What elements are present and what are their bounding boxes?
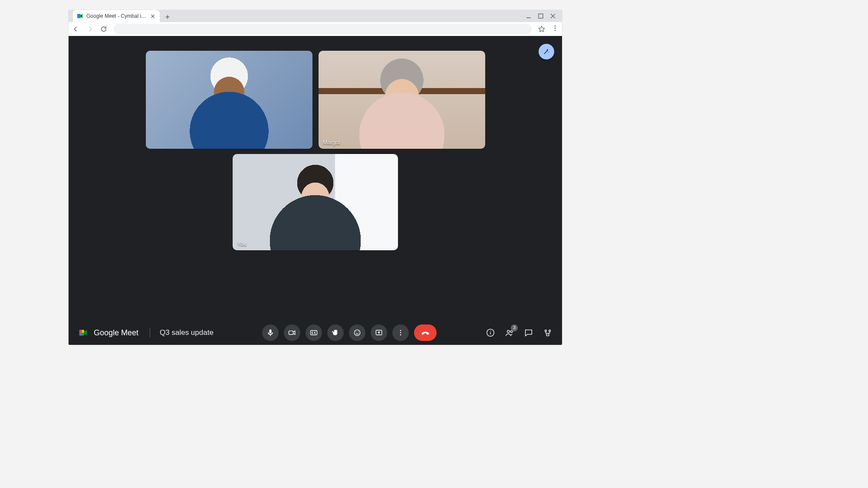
camera-icon: [288, 328, 296, 337]
svg-rect-11: [82, 330, 84, 333]
camera-button[interactable]: [284, 324, 300, 341]
svg-point-25: [545, 330, 547, 332]
present-button[interactable]: [371, 324, 387, 341]
activities-icon[interactable]: [543, 328, 552, 337]
hang-up-button[interactable]: [414, 324, 437, 341]
bookmark-star-icon[interactable]: [538, 25, 546, 33]
svg-point-15: [356, 332, 357, 333]
participant-tile[interactable]: Jeffrey: [146, 51, 312, 149]
window-controls: [526, 10, 559, 22]
svg-point-14: [355, 330, 360, 335]
svg-point-18: [400, 330, 401, 331]
more-options-icon: [396, 328, 405, 337]
hang-up-icon: [420, 328, 431, 338]
bottom-bar: Google Meet Q3 sales update: [69, 321, 562, 345]
meet-logo-icon: [78, 328, 89, 337]
browser-menu-button[interactable]: [552, 25, 559, 33]
participant-name: Margot: [323, 139, 340, 146]
tab-strip: Google Meet - Cymbal intro: [69, 10, 562, 22]
maximize-icon[interactable]: [538, 13, 544, 19]
svg-point-6: [555, 29, 556, 31]
svg-point-23: [507, 331, 510, 333]
address-bar[interactable]: [114, 24, 532, 34]
raise-hand-icon: [331, 328, 340, 337]
forward-icon[interactable]: [86, 25, 94, 33]
meet-favicon-icon: [76, 13, 83, 20]
closed-captions-icon: [309, 328, 318, 337]
call-controls: [262, 324, 437, 341]
svg-point-4: [555, 25, 556, 26]
svg-point-5: [555, 27, 556, 29]
meeting-name: Q3 sales update: [160, 328, 214, 337]
back-icon[interactable]: [72, 25, 80, 33]
svg-rect-27: [546, 334, 549, 336]
meeting-details-icon[interactable]: [486, 328, 495, 337]
reload-icon[interactable]: [100, 25, 108, 33]
participant-name: You: [237, 241, 247, 247]
participant-name: Jeffrey: [150, 139, 167, 146]
new-tab-button[interactable]: [162, 12, 173, 22]
right-controls: 3: [486, 328, 552, 337]
browser-tab[interactable]: Google Meet - Cymbal intro: [73, 10, 160, 22]
svg-rect-3: [539, 14, 543, 18]
svg-point-22: [490, 331, 491, 331]
raise-hand-button[interactable]: [327, 324, 344, 341]
svg-point-20: [400, 334, 401, 336]
microphone-icon: [266, 328, 275, 337]
people-button[interactable]: 3: [505, 328, 514, 337]
reactions-button[interactable]: [349, 324, 365, 341]
svg-point-16: [358, 332, 359, 333]
participant-tile[interactable]: Margot: [319, 51, 485, 149]
svg-rect-12: [289, 331, 293, 334]
participant-grid: Jeffrey Margot You: [69, 51, 562, 250]
more-options-button[interactable]: [392, 324, 409, 341]
mic-button[interactable]: [262, 324, 279, 341]
browser-window: Google Meet - Cymbal intro: [69, 10, 562, 345]
meet-canvas: Jeffrey Margot You: [69, 36, 562, 345]
chat-icon[interactable]: [524, 328, 533, 337]
brand-label: Google Meet: [94, 328, 138, 337]
close-tab-icon[interactable]: [150, 13, 155, 19]
kebab-icon: [552, 25, 559, 32]
close-window-icon[interactable]: [550, 13, 556, 19]
reactions-icon: [353, 328, 362, 337]
present-screen-icon: [375, 328, 383, 337]
participant-count-badge: 3: [511, 324, 518, 331]
browser-toolbar: [69, 22, 562, 36]
svg-point-26: [549, 330, 551, 332]
minimize-icon[interactable]: [526, 13, 532, 19]
svg-rect-13: [311, 331, 317, 335]
svg-rect-10: [79, 330, 82, 333]
brand-area: Google Meet Q3 sales update: [78, 328, 214, 337]
plus-icon: [165, 14, 170, 20]
svg-point-19: [400, 332, 401, 334]
separator: [150, 328, 150, 337]
self-tile[interactable]: You: [233, 154, 398, 250]
captions-button[interactable]: [306, 324, 322, 341]
tab-title: Google Meet - Cymbal intro: [86, 13, 147, 19]
